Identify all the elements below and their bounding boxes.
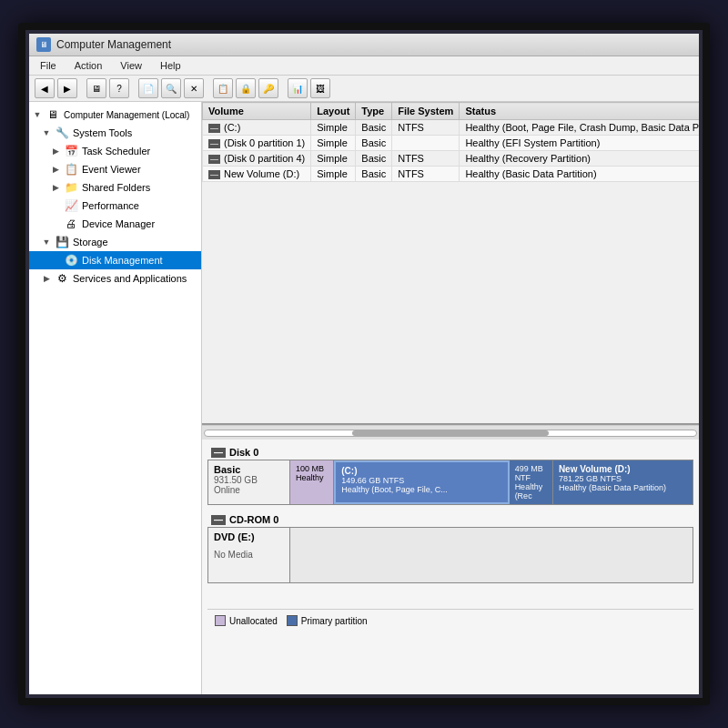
- shared-folders-icon: 📁: [64, 180, 78, 195]
- menu-action[interactable]: Action: [71, 58, 106, 73]
- partition-c[interactable]: (C:) 149.66 GB NTFS Healthy (Boot, Page …: [334, 460, 509, 504]
- sidebar-item-device-manager[interactable]: 🖨 Device Manager: [29, 215, 201, 233]
- cell-0-3: NTFS: [392, 120, 460, 136]
- disk0-label: Basic 931.50 GB Online: [208, 460, 290, 504]
- cell-1-1: Simple: [311, 136, 356, 151]
- scrollbar-thumb[interactable]: [352, 430, 549, 436]
- disk0-header: — Disk 0: [207, 445, 693, 460]
- partition-unalloc[interactable]: 100 MB Healthy: [290, 460, 334, 504]
- sidebar-storage-label: Storage: [73, 237, 108, 248]
- cell-2-4: Healthy (Recovery Partition): [460, 151, 699, 167]
- disk0-status: Online: [214, 485, 284, 495]
- sidebar-item-shared-folders[interactable]: ▶ 📁 Shared Folders: [29, 178, 201, 197]
- sidebar-event-viewer-label: Event Viewer: [82, 164, 141, 175]
- sidebar-item-performance[interactable]: 📈 Performance: [29, 197, 201, 215]
- cdrom-section: — CD-ROM 0 DVD (E:) No Media: [207, 512, 693, 583]
- title-bar: 🖥 Computer Management: [29, 34, 699, 56]
- sidebar-services-label: Services and Applications: [73, 273, 187, 284]
- disk0-partitions: 100 MB Healthy (C:) 149.66 GB NTFS Healt…: [290, 460, 693, 504]
- cell-2-3: NTFS: [392, 151, 460, 167]
- sidebar-item-disk-management[interactable]: 💿 Disk Management: [29, 251, 201, 269]
- table-row[interactable]: —(C:)SimpleBasicNTFSHealthy (Boot, Page …: [203, 120, 700, 136]
- sidebar-root-label: Computer Management (Local): [64, 110, 189, 120]
- services-icon: ⚙: [55, 271, 69, 286]
- sidebar-item-event-viewer[interactable]: ▶ 📋 Event Viewer: [29, 160, 201, 178]
- partition-recovery-size: 499 MB NTF: [515, 464, 547, 482]
- system-tools-icon: 🔧: [55, 126, 69, 140]
- forward-button[interactable]: ▶: [57, 78, 77, 98]
- partition-c-status: Healthy (Boot, Page File, C...: [341, 485, 501, 494]
- cell-2-2: Basic: [356, 151, 392, 167]
- expand-event-viewer-icon: ▶: [51, 165, 60, 174]
- computer-icon[interactable]: 🖥: [86, 78, 106, 98]
- right-panel: Volume Layout Type File System Status —(…: [202, 102, 699, 694]
- chart-icon[interactable]: 📊: [288, 78, 308, 98]
- table-row[interactable]: —(Disk 0 partition 1)SimpleBasicHealthy …: [203, 136, 700, 151]
- table-row[interactable]: —(Disk 0 partition 4)SimpleBasicNTFSHeal…: [203, 151, 700, 167]
- sidebar-item-system-tools[interactable]: ▼ 🔧 System Tools: [29, 124, 201, 142]
- disk0-row: Basic 931.50 GB Online 100 MB Healthy: [207, 460, 693, 505]
- delete-icon[interactable]: ✕: [184, 78, 204, 98]
- cell-2-0: —(Disk 0 partition 4): [203, 151, 311, 167]
- partition-d[interactable]: New Volume (D:) 781.25 GB NTFS Healthy (…: [553, 460, 693, 504]
- legend-unallocated-label: Unallocated: [229, 616, 278, 626]
- menu-file[interactable]: File: [36, 58, 60, 73]
- partition-unalloc-status: Healthy: [296, 473, 328, 482]
- partition-d-label: New Volume (D:): [559, 464, 687, 474]
- sidebar-item-storage[interactable]: ▼ 💾 Storage: [29, 233, 201, 251]
- cdrom-row: DVD (E:) No Media: [207, 527, 693, 583]
- sidebar-root[interactable]: ▼ 🖥 Computer Management (Local): [29, 106, 201, 124]
- sidebar-item-services[interactable]: ▶ ⚙ Services and Applications: [29, 269, 201, 288]
- back-button[interactable]: ◀: [35, 78, 55, 98]
- sidebar-device-manager-label: Device Manager: [82, 218, 155, 229]
- disk0-size: 931.50 GB: [214, 475, 284, 485]
- expand-system-tools-icon: ▼: [42, 128, 51, 137]
- expand-services-icon: ▶: [42, 274, 51, 283]
- partition-unalloc-size: 100 MB: [296, 464, 328, 473]
- sidebar-task-scheduler-label: Task Scheduler: [82, 146, 150, 157]
- sidebar-shared-folders-label: Shared Folders: [82, 182, 150, 193]
- horizontal-scrollbar[interactable]: [202, 425, 699, 440]
- new-icon[interactable]: 📄: [138, 78, 158, 98]
- menu-view[interactable]: View: [116, 58, 146, 73]
- search-icon[interactable]: 🔍: [161, 78, 181, 98]
- expand-storage-icon: ▼: [42, 238, 51, 247]
- legend: Unallocated Primary partition: [207, 609, 693, 632]
- cdrom-drive-label: DVD (E:): [214, 531, 284, 542]
- table-row[interactable]: —New Volume (D:)SimpleBasicNTFSHealthy (…: [203, 167, 700, 182]
- cell-0-0: —(C:): [203, 120, 311, 136]
- lock-icon[interactable]: 🔒: [236, 78, 256, 98]
- disk-management-icon: 💿: [64, 253, 78, 268]
- cdrom-status: No Media: [214, 550, 284, 560]
- key-icon[interactable]: 🔑: [258, 78, 278, 98]
- partition-c-size: 149.66 GB NTFS: [341, 476, 501, 485]
- partition-recovery[interactable]: 499 MB NTF Healthy (Rec: [510, 460, 553, 504]
- col-layout: Layout: [311, 103, 356, 120]
- expand-icon: ▼: [33, 110, 42, 119]
- toolbar: ◀ ▶ 🖥 ? 📄 🔍 ✕ 📋 🔒 🔑 📊 🖼: [29, 76, 699, 102]
- legend-primary: Primary partition: [287, 615, 368, 626]
- cdrom-empty-area: [290, 528, 693, 582]
- legend-unallocated: Unallocated: [215, 615, 278, 626]
- menu-bar: File Action View Help: [29, 56, 699, 76]
- main-content: ▼ 🖥 Computer Management (Local) ▼ 🔧 Syst…: [29, 102, 699, 694]
- help-icon[interactable]: ?: [109, 78, 129, 98]
- task-scheduler-icon: 📅: [64, 144, 78, 158]
- sidebar-item-task-scheduler[interactable]: ▶ 📅 Task Scheduler: [29, 142, 201, 160]
- view-icon[interactable]: 🖼: [310, 78, 330, 98]
- cell-3-2: Basic: [356, 167, 392, 182]
- expand-shared-icon: ▶: [51, 183, 60, 192]
- partition-recovery-status: Healthy (Rec: [515, 482, 547, 500]
- sidebar-system-tools-label: System Tools: [73, 127, 132, 138]
- col-type: Type: [356, 103, 392, 120]
- properties-icon[interactable]: 📋: [213, 78, 233, 98]
- scrollbar-track[interactable]: [204, 430, 697, 437]
- legend-primary-box: [287, 615, 298, 626]
- cell-3-3: NTFS: [392, 167, 460, 182]
- cell-3-1: Simple: [311, 167, 356, 182]
- menu-help[interactable]: Help: [157, 58, 185, 73]
- cell-3-0: —New Volume (D:): [203, 167, 311, 182]
- disk-section: — Disk 0 Basic 931.50 GB Online: [202, 440, 699, 694]
- cdrom-name: CD-ROM 0: [229, 514, 278, 525]
- cell-1-2: Basic: [356, 136, 392, 151]
